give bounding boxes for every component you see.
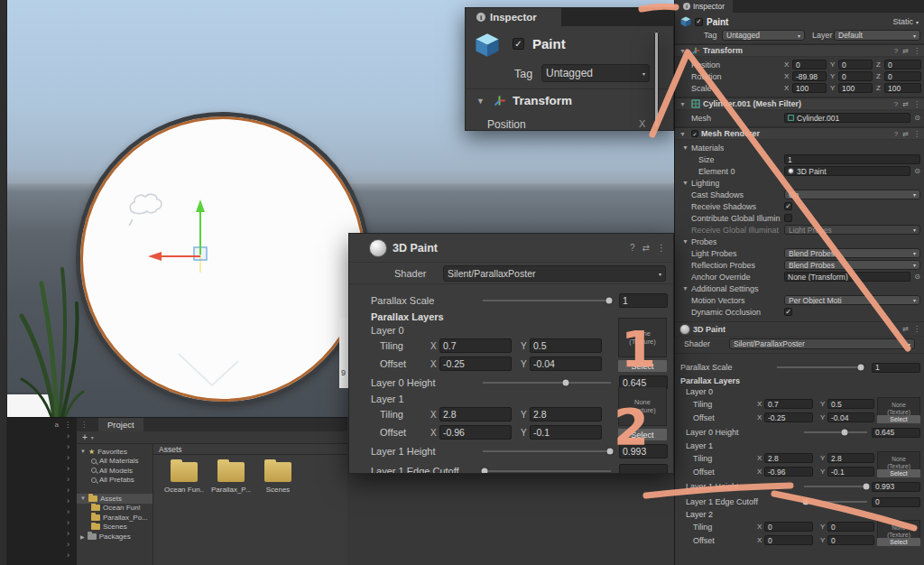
chevron-down-icon[interactable]: ▾ bbox=[91, 434, 94, 440]
layer0-tiling-y-field[interactable]: 0.5 bbox=[827, 399, 874, 409]
tree-packages[interactable]: ▶ Packages bbox=[77, 532, 152, 542]
parallax-scale-slider[interactable] bbox=[483, 300, 611, 301]
position-x-field[interactable]: 0 bbox=[792, 60, 827, 69]
layer0-offset-x-field[interactable]: -0.25 bbox=[764, 412, 813, 422]
menu-icon[interactable]: ⋮ bbox=[913, 100, 920, 108]
active-checkbox[interactable]: ✓ bbox=[695, 18, 703, 26]
layer1-height-value[interactable]: 0.993 bbox=[872, 482, 920, 492]
cast-shadows-dropdown[interactable]: On▾ bbox=[784, 190, 920, 199]
lighting-foldout[interactable]: ▼ Lighting bbox=[675, 177, 924, 189]
object-picker-icon[interactable]: ⊙ bbox=[914, 273, 920, 281]
layer2-tiling-x-field[interactable]: 0 bbox=[764, 522, 813, 532]
receive-shadows-checkbox[interactable]: ✓ bbox=[784, 202, 792, 210]
popup-scrollbar[interactable] bbox=[654, 32, 659, 127]
slider-handle[interactable] bbox=[482, 468, 488, 475]
object-picker-icon[interactable]: ⊙ bbox=[914, 114, 920, 122]
expand-chevron-icon[interactable]: › bbox=[67, 539, 69, 550]
transform-header[interactable]: Transform bbox=[513, 94, 572, 107]
expand-chevron-icon[interactable]: › bbox=[67, 496, 69, 506]
object-picker-icon[interactable]: ⊙ bbox=[914, 167, 920, 175]
asset-folder-ocean-fun[interactable]: Ocean Fun... bbox=[164, 462, 204, 494]
layer0-texture-slot[interactable]: None(Texture) bbox=[618, 318, 667, 357]
mesh-filter-header[interactable]: ▼ Cylinder.001 (Mesh Filter) ? ⇄ ⋮ bbox=[675, 97, 924, 110]
presets-icon[interactable]: ⇄ bbox=[902, 47, 909, 55]
position-y-field[interactable]: 0 bbox=[838, 60, 873, 69]
add-asset-button[interactable]: + bbox=[82, 432, 88, 442]
layer0-height-slider[interactable] bbox=[483, 382, 611, 384]
reflection-probes-dropdown[interactable]: Blend Probes▾ bbox=[784, 260, 920, 270]
active-checkbox[interactable]: ✓ bbox=[513, 38, 524, 50]
menu-icon[interactable]: ⋮ bbox=[913, 130, 920, 138]
layer1-tiling-y-field[interactable]: 2.8 bbox=[827, 453, 874, 463]
foldout-icon[interactable]: ▼ bbox=[476, 97, 485, 106]
slider-handle[interactable] bbox=[842, 430, 848, 436]
tag-dropdown[interactable]: Untagged ▾ bbox=[541, 64, 650, 82]
tree-assets[interactable]: ▼ Assets bbox=[77, 494, 152, 504]
rotation-x-field[interactable]: -89.98 bbox=[792, 71, 827, 81]
asset-folder-scenes[interactable]: Scenes bbox=[258, 462, 298, 494]
presets-icon[interactable]: ⇄ bbox=[902, 130, 909, 138]
expand-chevron-icon[interactable]: › bbox=[67, 452, 69, 463]
scale-x-field[interactable]: 100 bbox=[792, 83, 827, 93]
layer1-offset-x-field[interactable]: -0.96 bbox=[764, 467, 813, 477]
layer1-height-value[interactable]: 0.993 bbox=[619, 444, 668, 458]
expand-chevron-icon[interactable]: › bbox=[67, 485, 69, 496]
receive-gi-dropdown[interactable]: Light Probes▾ bbox=[784, 225, 920, 235]
menu-icon[interactable]: ⋮ bbox=[913, 325, 920, 333]
help-icon[interactable]: ? bbox=[894, 130, 898, 138]
transform-header[interactable]: ▼ Transform ? ⇄ ⋮ bbox=[675, 44, 924, 57]
foldout-icon[interactable]: ▼ bbox=[80, 496, 86, 501]
tree-item-all-materials[interactable]: All Materials bbox=[77, 457, 152, 467]
slider-handle[interactable] bbox=[563, 380, 569, 386]
layer-dropdown[interactable]: Default▾ bbox=[834, 30, 920, 41]
slider-handle[interactable] bbox=[607, 449, 614, 455]
layer1-edge-value[interactable] bbox=[619, 464, 668, 474]
layer1-offset-y-field[interactable]: -0.1 bbox=[530, 425, 602, 440]
layer2-texture-select-button[interactable]: Select bbox=[877, 538, 920, 546]
menu-icon[interactable]: ⋮ bbox=[913, 47, 920, 55]
layer1-offset-y-field[interactable]: -0.1 bbox=[827, 467, 874, 477]
help-icon[interactable]: ? bbox=[894, 47, 898, 55]
menu-icon[interactable]: ⋮ bbox=[657, 243, 666, 253]
expand-chevron-icon[interactable]: › bbox=[67, 517, 69, 528]
presets-icon[interactable]: ⇄ bbox=[902, 325, 909, 333]
layer1-height-slider[interactable] bbox=[483, 450, 611, 452]
tree-item-scenes[interactable]: Scenes bbox=[77, 523, 152, 533]
light-probes-dropdown[interactable]: Blend Probes▾ bbox=[784, 248, 920, 258]
tree-item-all-models[interactable]: All Models bbox=[77, 466, 152, 476]
layer0-tiling-x-field[interactable]: 0.7 bbox=[439, 338, 512, 353]
foldout-icon[interactable]: ▼ bbox=[679, 131, 686, 137]
layer2-offset-x-field[interactable]: 0 bbox=[764, 535, 813, 545]
presets-icon[interactable]: ⇄ bbox=[902, 100, 909, 108]
expand-chevron-icon[interactable]: › bbox=[67, 506, 69, 517]
expand-chevron-icon[interactable]: › bbox=[67, 474, 69, 485]
popup-inspector-tab[interactable]: i Inspector bbox=[466, 8, 561, 26]
slider-handle[interactable] bbox=[803, 499, 809, 505]
rotation-y-field[interactable]: 0 bbox=[838, 71, 873, 81]
layer0-height-slider[interactable] bbox=[804, 431, 867, 433]
motion-vectors-dropdown[interactable]: Per Object Moti▾ bbox=[784, 295, 920, 305]
menu-icon[interactable]: ⋮ bbox=[64, 421, 71, 429]
scale-y-field[interactable]: 100 bbox=[838, 83, 873, 93]
layer1-edge-value[interactable]: 0 bbox=[872, 497, 920, 507]
shader-dropdown[interactable]: Silent/ParallaxPoster ▾ bbox=[443, 265, 666, 282]
materials-foldout[interactable]: ▼ Materials bbox=[675, 142, 924, 153]
layer0-height-value[interactable]: 0.645 bbox=[872, 428, 920, 438]
shader-dropdown[interactable]: Silent/ParallaxPoster▾ bbox=[729, 338, 915, 349]
parallax-scale-slider[interactable] bbox=[777, 366, 863, 368]
help-icon[interactable]: ? bbox=[630, 243, 635, 253]
menu-icon[interactable]: ⋮ bbox=[80, 421, 88, 429]
expand-chevron-icon[interactable]: › bbox=[67, 528, 69, 539]
help-icon[interactable]: ? bbox=[894, 100, 898, 108]
layer1-texture-slot[interactable]: None(Texture) bbox=[618, 386, 667, 426]
expand-chevron-icon[interactable]: › bbox=[67, 463, 69, 474]
layer0-offset-y-field[interactable]: -0.04 bbox=[530, 357, 602, 371]
static-dropdown[interactable]: Static ▾ bbox=[892, 17, 919, 26]
layer0-tiling-y-field[interactable]: 0.5 bbox=[530, 338, 602, 353]
expand-chevron-icon[interactable]: › bbox=[67, 441, 69, 452]
layer2-offset-y-field[interactable]: 0 bbox=[827, 535, 874, 545]
layer0-tiling-x-field[interactable]: 0.7 bbox=[764, 399, 813, 409]
contribute-gi-checkbox[interactable] bbox=[784, 214, 792, 222]
mesh-field[interactable]: Cylinder.001 bbox=[784, 113, 910, 123]
inspector-tab[interactable]: i Inspector bbox=[675, 0, 733, 13]
